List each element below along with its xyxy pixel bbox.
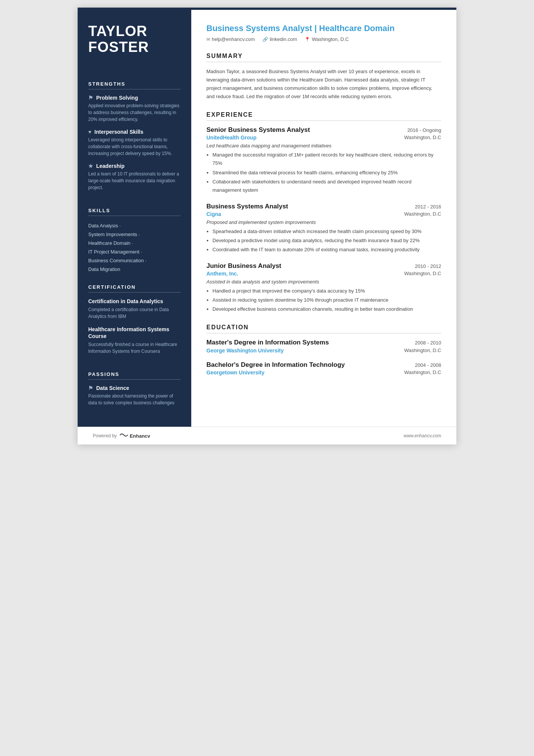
skill-1: Data Analysis · — [88, 221, 181, 230]
contact-linkedin: 🔗 linkedin.com — [262, 36, 297, 42]
edu-degree-2: Bachelor's Degree in Information Technol… — [206, 361, 345, 369]
exp-company-1: UnitedHealth Group — [206, 135, 256, 141]
skill-6: Data Migration — [88, 265, 181, 274]
exp-item-3: Junior Business Analyst 2010 - 2012 Anth… — [206, 262, 441, 313]
footer-website: www.enhancv.com — [404, 433, 441, 438]
education-section-title: EDUCATION — [206, 324, 441, 333]
skill-3: Healthcare Domain · — [88, 239, 181, 247]
contact-location: 📍 Washington, D.C — [304, 36, 349, 42]
exp-header-2: Business Systems Analyst 2012 - 2016 — [206, 203, 441, 210]
skills-section-title: SKILLS — [88, 208, 181, 216]
exp-location-1: Washington, D.C — [404, 135, 441, 141]
name-line2: FOSTER — [88, 39, 149, 55]
strength-item-3: ★ Leadership Led a team of 10 IT profess… — [88, 163, 181, 191]
name-line1: TAYLOR — [88, 23, 147, 39]
edu-location-2: Washington, D.C — [404, 369, 441, 376]
powered-by-text: Powered by — [93, 433, 117, 438]
exp-company-3: Anthem, Inc. — [206, 271, 238, 277]
exp-header-3: Junior Business Analyst 2010 - 2012 — [206, 262, 441, 270]
exp-bullets-3: Handled a project that improved the comp… — [206, 287, 441, 313]
footer: Powered by Enhancv www.enhancv.com — [78, 427, 456, 445]
edu-header-1: Master's Degree in Information Systems 2… — [206, 339, 441, 346]
exp-bullets-1: Managed the successful migration of 1M+ … — [206, 151, 441, 194]
skill-5: Business Communication · — [88, 256, 181, 265]
cert-desc-1: Completed a certification course in Data… — [88, 306, 181, 320]
edu-school-1: George Washington University — [206, 347, 284, 354]
exp-role-3: Junior Business Analyst — [206, 262, 281, 270]
exp-location-2: Washington, D.C — [404, 211, 441, 217]
bullet-3-3: Developed effective business communicati… — [212, 305, 441, 313]
footer-left: Powered by Enhancv — [93, 432, 150, 439]
link-icon: 🔗 — [262, 37, 268, 42]
bullet-2-3: Coordinated with the IT team to automate… — [212, 246, 441, 254]
strength-title-2: ♥ Interpersonal Skills — [88, 129, 181, 135]
exp-role-2: Business Systems Analyst — [206, 203, 288, 210]
edu-date-1: 2008 - 2010 — [415, 340, 441, 346]
exp-date-2: 2012 - 2016 — [415, 204, 441, 210]
flag-icon-passion: ⚑ — [88, 385, 93, 391]
bullet-1-1: Managed the successful migration of 1M+ … — [212, 151, 441, 167]
email-icon: ✉ — [206, 37, 210, 42]
main-content: Business Systems Analyst | Healthcare Do… — [191, 10, 456, 427]
footer-logo: Enhancv — [120, 432, 150, 439]
exp-date-1: 2016 - Ongoing — [407, 127, 441, 133]
bullet-3-1: Handled a project that improved the comp… — [212, 287, 441, 295]
bullet-2-1: Spearheaded a data-driven initiative whi… — [212, 227, 441, 236]
edu-item-2: Bachelor's Degree in Information Technol… — [206, 361, 441, 376]
passion-desc-1: Passionate about harnessing the power of… — [88, 393, 181, 406]
exp-header-1: Senior Business Systems Analyst 2016 - O… — [206, 126, 441, 134]
strength-title-3: ★ Leadership — [88, 163, 181, 169]
strength-desc-2: Leveraged strong interpersonal skills to… — [88, 136, 181, 157]
exp-bullets-2: Spearheaded a data-driven initiative whi… — [206, 227, 441, 254]
summary-text: Madison Taylor, a seasoned Business Syst… — [206, 67, 441, 101]
strength-title-1: ⚑ Problem Solving — [88, 95, 181, 101]
exp-location-3: Washington, D.C — [404, 271, 441, 277]
cert-desc-2: Successfully finished a course in Health… — [88, 341, 181, 355]
bullet-3-2: Assisted in reducing system downtime by … — [212, 296, 441, 304]
edu-school-2: Georgetown University — [206, 369, 264, 376]
edu-degree-1: Master's Degree in Information Systems — [206, 339, 329, 346]
exp-intro-3: Assisted in data analysis and system imp… — [206, 279, 441, 285]
edu-date-2: 2004 - 2008 — [415, 362, 441, 368]
cert-section-title: CERTIFICATION — [88, 284, 181, 293]
skill-4: IT Project Management · — [88, 247, 181, 256]
passions-section-title: PASSIONS — [88, 371, 181, 380]
exp-company-2: Cigna — [206, 211, 221, 217]
strength-desc-3: Led a team of 10 IT professionals to del… — [88, 171, 181, 191]
bullet-1-3: Collaborated with stakeholders to unders… — [212, 178, 441, 194]
flag-icon-1: ⚑ — [88, 95, 93, 101]
edu-location-1: Washington, D.C — [404, 347, 441, 354]
experience-section-title: EXPERIENCE — [206, 111, 441, 121]
bullet-1-2: Streamlined the data retrieval process f… — [212, 169, 441, 177]
passion-item-1: ⚑ Data Science Passionate about harnessi… — [88, 385, 181, 406]
exp-role-1: Senior Business Systems Analyst — [206, 126, 310, 134]
job-title: Business Systems Analyst | Healthcare Do… — [206, 23, 441, 33]
strength-desc-1: Applied innovative problem-solving strat… — [88, 102, 181, 123]
contact-row: ✉ help@enhancv.com 🔗 linkedin.com 📍 Wash… — [206, 36, 441, 42]
edu-header-2: Bachelor's Degree in Information Technol… — [206, 361, 441, 369]
strength-item-2: ♥ Interpersonal Skills Leveraged strong … — [88, 129, 181, 157]
cert-title-1: Certification in Data Analytics — [88, 298, 181, 305]
skill-2: System Improvements · — [88, 230, 181, 239]
edu-item-1: Master's Degree in Information Systems 2… — [206, 339, 441, 353]
contact-email: ✉ help@enhancv.com — [206, 36, 255, 42]
edu-school-row-2: Georgetown University Washington, D.C — [206, 369, 441, 376]
candidate-name: TAYLOR FOSTER — [88, 23, 181, 55]
resume-wrapper: TAYLOR FOSTER STRENGTHS ⚑ Problem Solvin… — [78, 8, 456, 445]
summary-section-title: SUMMARY — [206, 53, 441, 62]
cert-title-2: Healthcare Information Systems Course — [88, 326, 181, 340]
passion-title-row-1: ⚑ Data Science — [88, 385, 181, 391]
main-header: Business Systems Analyst | Healthcare Do… — [206, 23, 441, 42]
sidebar: TAYLOR FOSTER STRENGTHS ⚑ Problem Solvin… — [78, 10, 191, 427]
exp-item-2: Business Systems Analyst 2012 - 2016 Cig… — [206, 203, 441, 254]
exp-intro-1: Led healthcare data mapping and manageme… — [206, 143, 441, 149]
exp-date-3: 2010 - 2012 — [415, 263, 441, 269]
exp-company-row-1: UnitedHealth Group Washington, D.C — [206, 135, 441, 141]
cert-item-1: Certification in Data Analytics Complete… — [88, 298, 181, 320]
cert-item-2: Healthcare Information Systems Course Su… — [88, 326, 181, 355]
exp-company-row-3: Anthem, Inc. Washington, D.C — [206, 271, 441, 277]
bullet-2-2: Developed a predictive model using data … — [212, 236, 441, 245]
edu-school-row-1: George Washington University Washington,… — [206, 347, 441, 354]
exp-intro-2: Proposed and implemented system improvem… — [206, 219, 441, 225]
exp-company-row-2: Cigna Washington, D.C — [206, 211, 441, 217]
